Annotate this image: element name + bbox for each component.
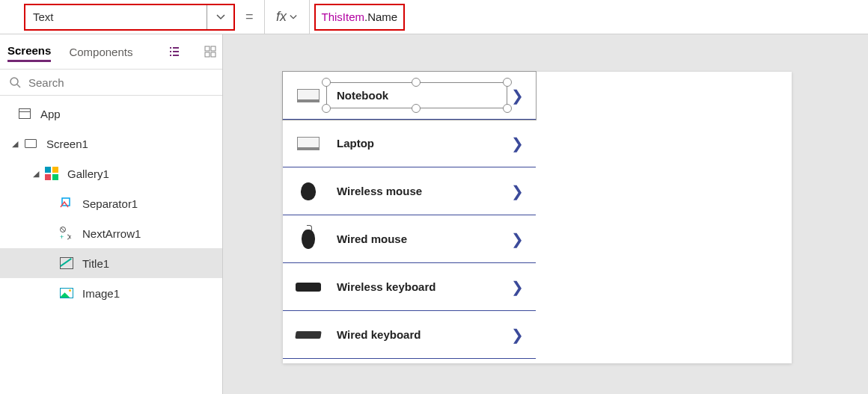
gallery-image[interactable] bbox=[295, 229, 322, 250]
svg-line-8 bbox=[61, 227, 65, 232]
tree-label: App bbox=[40, 108, 61, 120]
tree-node-app[interactable]: App bbox=[0, 99, 222, 129]
tree-label: NextArrow1 bbox=[82, 227, 141, 240]
svg-rect-3 bbox=[211, 52, 216, 57]
formula-bar: = fx ThisItem.Name bbox=[0, 0, 868, 34]
gallery-image[interactable] bbox=[295, 277, 322, 298]
chevron-down-icon bbox=[290, 13, 297, 21]
gallery-image[interactable] bbox=[295, 324, 322, 345]
tree-label: Screen1 bbox=[46, 138, 88, 150]
mouse-thumbnail bbox=[302, 230, 315, 249]
grid-view-icon[interactable] bbox=[204, 45, 216, 58]
property-input[interactable] bbox=[25, 5, 207, 29]
next-arrow-icon[interactable]: ❯ bbox=[511, 135, 524, 153]
formula-area: fx ThisItem.Name bbox=[264, 0, 406, 34]
fx-label: fx bbox=[276, 9, 287, 25]
keyboard-thumbnail bbox=[295, 331, 321, 339]
property-selector[interactable] bbox=[24, 4, 235, 31]
resize-handle[interactable] bbox=[412, 78, 421, 87]
svg-text:+: + bbox=[60, 233, 64, 241]
tree-label: Image1 bbox=[82, 287, 120, 300]
tree-view-panel: Screens Components App ◢ Screen1 ◢ Galle… bbox=[0, 34, 223, 394]
list-view-icon[interactable] bbox=[168, 45, 180, 58]
gallery-row[interactable]: Laptop ❯ bbox=[283, 120, 536, 167]
resize-handle[interactable] bbox=[412, 104, 421, 113]
collapse-icon[interactable]: ◢ bbox=[12, 139, 22, 149]
next-arrow-icon[interactable]: ❯ bbox=[511, 87, 524, 105]
panel-tabs: Screens Components bbox=[0, 34, 222, 69]
resize-handle[interactable] bbox=[503, 104, 512, 113]
mouse-thumbnail bbox=[301, 182, 316, 200]
next-arrow-icon[interactable]: ❯ bbox=[511, 278, 524, 296]
screen-icon bbox=[25, 139, 37, 148]
formula-token-thisitem: ThisItem bbox=[322, 10, 365, 23]
resize-handle[interactable] bbox=[322, 78, 331, 87]
tab-components[interactable]: Components bbox=[69, 43, 132, 61]
search-input[interactable] bbox=[28, 76, 213, 89]
gallery-row[interactable]: Wired keyboard ❯ bbox=[283, 311, 536, 359]
svg-rect-2 bbox=[205, 52, 210, 57]
gallery-title[interactable]: Laptop bbox=[337, 137, 496, 150]
collapse-icon[interactable]: ◢ bbox=[33, 169, 43, 179]
notebook-thumbnail bbox=[297, 89, 320, 102]
tree-node-image1[interactable]: Image1 bbox=[0, 278, 222, 308]
svg-rect-1 bbox=[211, 46, 216, 51]
gallery-row-selected[interactable]: Notebook ❯ bbox=[283, 72, 536, 120]
icon-control-icon: + bbox=[58, 225, 75, 241]
gallery-image[interactable] bbox=[295, 181, 322, 202]
selection-outline bbox=[326, 82, 507, 108]
tree-node-screen1[interactable]: ◢ Screen1 bbox=[0, 129, 222, 158]
tree-node-separator1[interactable]: Separator1 bbox=[0, 188, 222, 218]
fx-button[interactable]: fx bbox=[265, 0, 310, 34]
tree-node-gallery1[interactable]: ◢ Gallery1 bbox=[0, 158, 222, 188]
tree-label: Title1 bbox=[82, 257, 109, 270]
chevron-down-icon bbox=[216, 13, 225, 22]
gallery-title[interactable]: Wired mouse bbox=[337, 233, 496, 245]
gallery-title[interactable]: Wireless keyboard bbox=[337, 280, 496, 293]
gallery-icon bbox=[45, 167, 58, 180]
gallery-image[interactable] bbox=[295, 85, 322, 106]
search-icon bbox=[9, 76, 21, 88]
resize-handle[interactable] bbox=[322, 104, 331, 113]
property-dropdown-button[interactable] bbox=[207, 5, 233, 29]
tree-label: Separator1 bbox=[82, 197, 138, 210]
search-box[interactable] bbox=[0, 69, 222, 96]
gallery-row[interactable]: Wireless mouse ❯ bbox=[283, 167, 536, 215]
svg-point-4 bbox=[10, 78, 18, 85]
image-icon bbox=[60, 288, 73, 298]
tab-screens[interactable]: Screens bbox=[7, 41, 51, 62]
gallery-row[interactable]: Wireless keyboard ❯ bbox=[283, 263, 536, 311]
gallery-title[interactable]: Wireless mouse bbox=[337, 185, 496, 197]
tree-label: Gallery1 bbox=[67, 167, 109, 180]
laptop-thumbnail bbox=[297, 137, 320, 150]
gallery-image[interactable] bbox=[295, 133, 322, 154]
app-icon bbox=[19, 108, 31, 119]
tree-node-nextarrow1[interactable]: + NextArrow1 bbox=[0, 218, 222, 248]
gallery-row[interactable]: Wired mouse ❯ bbox=[283, 215, 536, 263]
next-arrow-icon[interactable]: ❯ bbox=[511, 230, 524, 248]
formula-token-name: .Name bbox=[364, 10, 397, 23]
svg-line-5 bbox=[17, 84, 20, 87]
design-canvas[interactable]: Notebook ❯ Laptop ❯ Wireless mouse ❯ Wir… bbox=[223, 34, 868, 394]
resize-handle[interactable] bbox=[503, 78, 512, 87]
formula-input[interactable]: ThisItem.Name bbox=[314, 4, 406, 31]
separator-icon bbox=[58, 195, 75, 212]
tree-node-title1[interactable]: Title1 bbox=[0, 248, 222, 278]
gallery-title[interactable]: Wired keyboard bbox=[337, 328, 496, 341]
label-icon bbox=[60, 257, 73, 269]
keyboard-thumbnail bbox=[296, 283, 321, 292]
svg-rect-0 bbox=[205, 46, 210, 51]
tree-view: App ◢ Screen1 ◢ Gallery1 Separator1 + bbox=[0, 96, 222, 308]
screen-preview[interactable]: Notebook ❯ Laptop ❯ Wireless mouse ❯ Wir… bbox=[283, 72, 792, 363]
next-arrow-icon[interactable]: ❯ bbox=[511, 182, 524, 200]
equals-sign: = bbox=[245, 9, 254, 25]
next-arrow-icon[interactable]: ❯ bbox=[511, 326, 524, 344]
